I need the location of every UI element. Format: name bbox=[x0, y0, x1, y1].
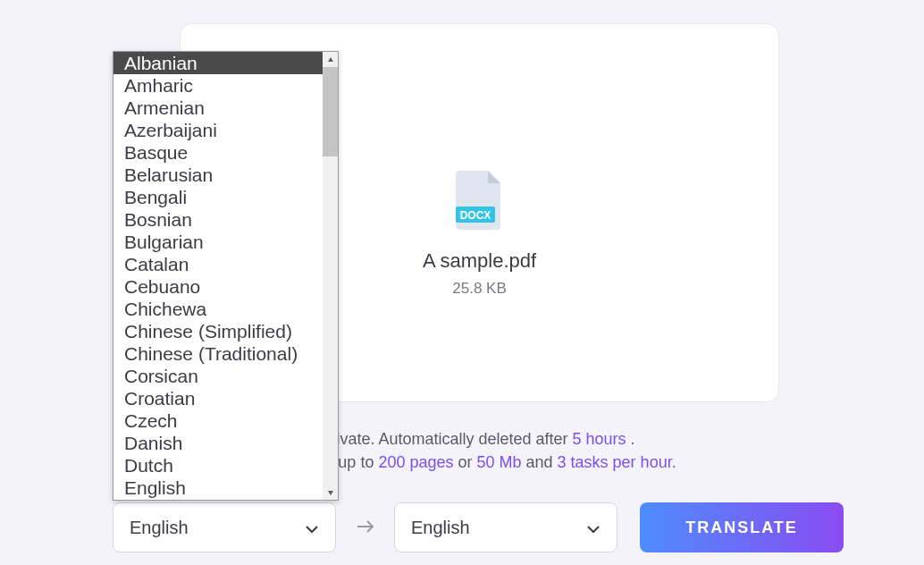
target-language-value: English bbox=[411, 518, 470, 538]
info-text: or bbox=[453, 453, 476, 471]
language-option[interactable]: English bbox=[113, 476, 323, 499]
source-language-value: English bbox=[130, 518, 189, 538]
info-text: . bbox=[626, 430, 635, 448]
svg-marker-2 bbox=[328, 57, 333, 62]
language-option[interactable]: Catalan bbox=[113, 253, 323, 275]
language-dropdown[interactable]: AlbanianAmharicArmenianAzerbaijaniBasque… bbox=[113, 51, 339, 501]
language-option[interactable]: Chichewa bbox=[113, 298, 323, 320]
translate-button[interactable]: TRANSLATE bbox=[640, 502, 844, 552]
info-highlight: 200 pages bbox=[378, 453, 453, 471]
language-option[interactable]: Danish bbox=[113, 432, 323, 454]
language-option[interactable]: Bulgarian bbox=[113, 231, 323, 253]
language-option[interactable]: Chinese (Simplified) bbox=[113, 320, 323, 342]
scroll-down-arrow[interactable] bbox=[323, 485, 338, 500]
svg-marker-3 bbox=[328, 491, 333, 495]
language-option[interactable]: Armenian bbox=[113, 97, 323, 119]
language-option[interactable]: Amharic bbox=[113, 74, 323, 97]
chevron-down-icon bbox=[305, 520, 319, 535]
file-icon: DOCX bbox=[456, 171, 504, 230]
target-language-select[interactable]: English bbox=[394, 502, 617, 552]
language-option[interactable]: Chinese (Traditional) bbox=[113, 342, 323, 365]
language-option[interactable]: Cebuano bbox=[113, 275, 323, 298]
language-dropdown-list: AlbanianAmharicArmenianAzerbaijaniBasque… bbox=[113, 52, 323, 500]
language-option[interactable]: Croatian bbox=[113, 387, 323, 409]
scroll-up-arrow[interactable] bbox=[323, 52, 338, 67]
language-option[interactable]: Basque bbox=[113, 141, 323, 164]
language-option[interactable]: Corsican bbox=[113, 365, 323, 387]
chevron-down-icon bbox=[586, 520, 601, 535]
language-option[interactable]: Czech bbox=[113, 409, 323, 432]
info-text: private. Automatically deleted after bbox=[322, 430, 572, 448]
info-text: and bbox=[522, 453, 558, 471]
info-highlight: 5 hours bbox=[573, 430, 626, 448]
scrollbar-thumb[interactable] bbox=[323, 67, 338, 156]
language-option[interactable]: Bosnian bbox=[113, 208, 323, 231]
language-option[interactable]: Dutch bbox=[113, 454, 323, 476]
source-language-select[interactable]: English bbox=[113, 502, 336, 552]
arrow-right-icon bbox=[356, 517, 375, 542]
language-option[interactable]: Albanian bbox=[113, 52, 323, 74]
info-highlight: 50 Mb bbox=[477, 453, 522, 471]
language-option[interactable]: Bengali bbox=[113, 186, 323, 208]
language-option[interactable]: Belarusian bbox=[113, 164, 323, 186]
info-highlight: 3 tasks per hour. bbox=[558, 453, 676, 471]
scrollbar-track[interactable] bbox=[323, 52, 338, 500]
language-option[interactable]: Azerbaijani bbox=[113, 119, 323, 141]
file-badge-text: DOCX bbox=[459, 209, 491, 222]
